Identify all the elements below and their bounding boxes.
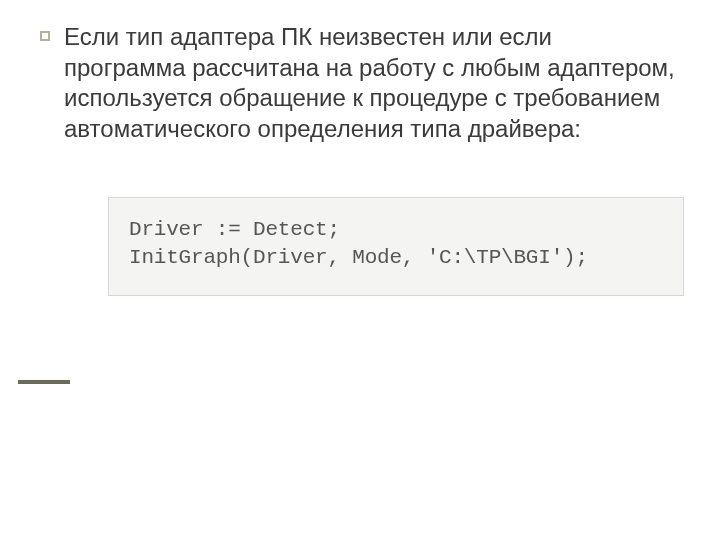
bullet-marker [40, 31, 50, 41]
slide-content: Если тип адаптера ПК неизвестен или если… [0, 0, 720, 296]
code-line-1: Driver := Detect; [129, 216, 663, 244]
paragraph-text: Если тип адаптера ПК неизвестен или если… [64, 22, 680, 145]
bullet-item: Если тип адаптера ПК неизвестен или если… [40, 22, 680, 145]
code-block: Driver := Detect; InitGraph(Driver, Mode… [108, 197, 684, 296]
accent-rule [18, 380, 70, 384]
code-line-2: InitGraph(Driver, Mode, 'C:\TP\BGI'); [129, 244, 663, 272]
